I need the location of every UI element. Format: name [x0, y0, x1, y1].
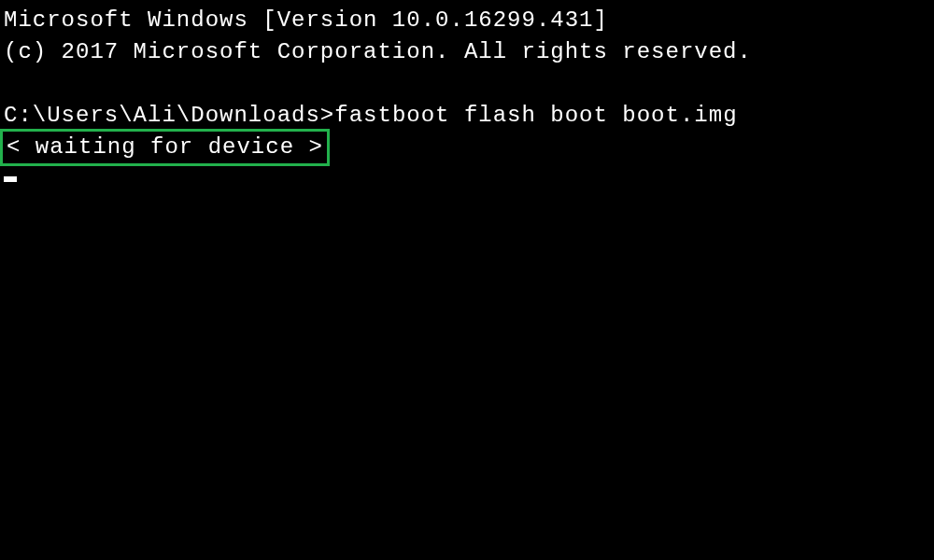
cursor-row [0, 169, 934, 194]
waiting-status-highlight: < waiting for device > [0, 129, 330, 166]
command-prompt-terminal[interactable]: Microsoft Windows [Version 10.0.16299.43… [0, 0, 934, 560]
blank-line [0, 68, 934, 100]
prompt-path: C:\Users\Ali\Downloads> [4, 103, 334, 128]
prompt-command-line: C:\Users\Ali\Downloads>fastboot flash bo… [0, 100, 934, 132]
copyright-line: (c) 2017 Microsoft Corporation. All righ… [0, 36, 934, 68]
typed-command: fastboot flash boot boot.img [334, 103, 737, 128]
windows-version-line: Microsoft Windows [Version 10.0.16299.43… [0, 5, 934, 36]
text-cursor [4, 176, 17, 182]
